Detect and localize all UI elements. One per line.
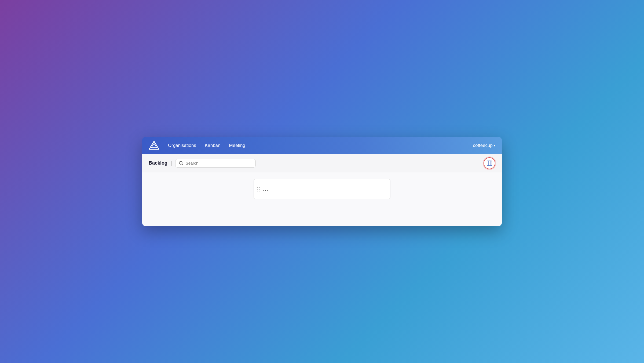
main-content: ... [142, 172, 502, 226]
column-view-toggle-button[interactable] [484, 157, 495, 169]
navbar: Organisations Kanban Meeting coffeecup ▾ [142, 137, 502, 154]
toolbar-separator: | [171, 160, 172, 166]
app-logo-icon [149, 140, 159, 151]
svg-line-3 [182, 164, 183, 165]
search-input[interactable] [186, 161, 252, 165]
search-icon [179, 161, 184, 166]
column-view-icon [486, 160, 492, 166]
svg-marker-0 [149, 141, 159, 149]
search-container [175, 159, 256, 168]
nav-user-menu[interactable]: coffeecup ▾ [473, 143, 495, 148]
user-chevron-icon: ▾ [494, 144, 495, 147]
app-window: Organisations Kanban Meeting coffeecup ▾… [142, 137, 502, 226]
nav-username: coffeecup [473, 143, 493, 148]
nav-item-meeting[interactable]: Meeting [229, 143, 245, 148]
backlog-card: ... [254, 179, 390, 199]
nav-item-organisations[interactable]: Organisations [168, 143, 196, 148]
nav-item-kanban[interactable]: Kanban [205, 143, 221, 148]
toolbar: Backlog | [142, 154, 502, 172]
backlog-label: Backlog [149, 160, 167, 166]
nav-links: Organisations Kanban Meeting [168, 143, 473, 148]
drag-handle-icon[interactable] [257, 187, 260, 191]
logo-area [149, 140, 159, 151]
card-ellipsis: ... [263, 186, 269, 192]
svg-rect-4 [487, 161, 492, 166]
